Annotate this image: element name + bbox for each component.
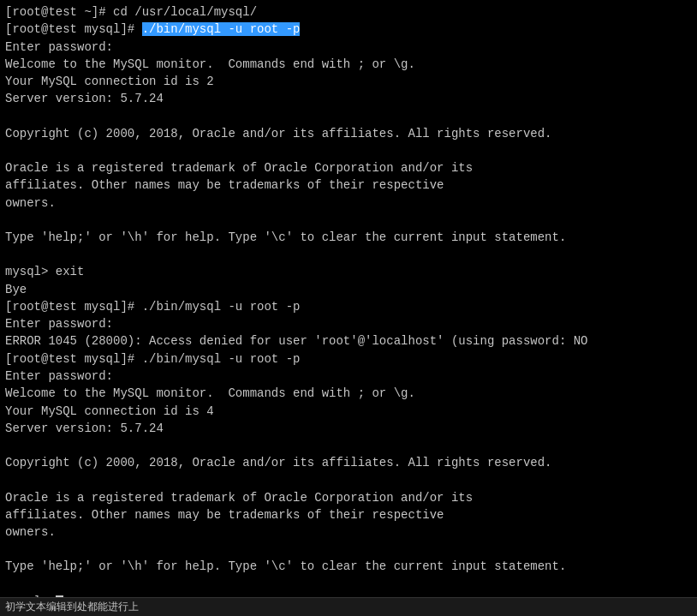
terminal-line: Bye <box>5 281 692 298</box>
terminal-line: Server version: 5.7.24 <box>5 90 692 107</box>
empty-line <box>5 437 692 454</box>
terminal-line: Enter password: <box>5 368 692 385</box>
terminal-line: affiliates. Other names may be trademark… <box>5 506 692 523</box>
empty-line <box>5 246 692 263</box>
terminal-line: mysql> exit <box>5 263 692 280</box>
terminal-line: Type 'help;' or '\h' for help. Type '\c'… <box>5 558 692 575</box>
terminal-line: [root@test mysql]# ./bin/mysql -u root -… <box>5 298 692 315</box>
terminal-line: [root@test mysql]# ./bin/mysql -u root -… <box>5 21 692 38</box>
terminal-line: Copyright (c) 2000, 2018, Oracle and/or … <box>5 454 692 471</box>
terminal-line: Oracle is a registered trademark of Orac… <box>5 489 692 506</box>
terminal-line: Welcome to the MySQL monitor. Commands e… <box>5 385 692 402</box>
empty-line <box>5 212 692 229</box>
status-text: 初学文本编辑到处都能进行上 <box>5 601 139 613</box>
terminal-line: Your MySQL connection id is 4 <box>5 403 692 420</box>
empty-line <box>5 576 692 593</box>
highlighted-command: ./bin/mysql -u root -p <box>142 22 301 36</box>
empty-line <box>5 142 692 159</box>
terminal-line: Server version: 5.7.24 <box>5 420 692 437</box>
terminal-line: Enter password: <box>5 39 692 56</box>
terminal-line: Type 'help;' or '\h' for help. Type '\c'… <box>5 229 692 246</box>
empty-line <box>5 108 692 125</box>
terminal-line: [root@test mysql]# ./bin/mysql -u root -… <box>5 350 692 368</box>
terminal-line: owners. <box>5 523 692 541</box>
empty-line <box>5 472 692 489</box>
terminal-line: [root@test ~]# cd /usr/local/mysql/ <box>5 3 692 21</box>
status-bar: 初学文本编辑到处都能进行上 <box>0 597 697 616</box>
terminal-line: Oracle is a registered trademark of Orac… <box>5 159 692 176</box>
terminal-line: ERROR 1045 (28000): Access denied for us… <box>5 332 692 350</box>
terminal-line: Copyright (c) 2000, 2018, Oracle and/or … <box>5 125 692 142</box>
terminal-line: Your MySQL connection id is 2 <box>5 73 692 90</box>
terminal-line: Enter password: <box>5 315 692 332</box>
terminal-line: Welcome to the MySQL monitor. Commands e… <box>5 56 692 73</box>
terminal-window[interactable]: [root@test ~]# cd /usr/local/mysql/ [roo… <box>0 0 697 616</box>
terminal-line: owners. <box>5 194 692 212</box>
empty-line <box>5 541 692 558</box>
terminal-line: affiliates. Other names may be trademark… <box>5 176 692 194</box>
